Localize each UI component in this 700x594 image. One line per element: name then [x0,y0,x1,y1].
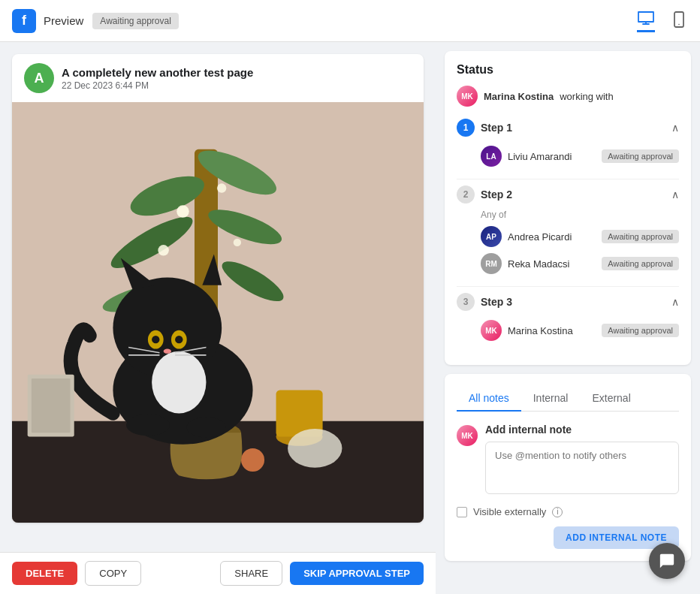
delete-button[interactable]: DELETE [12,562,77,585]
step-2-label: Step 2 [481,188,512,201]
reka-awaiting-badge: Awaiting approval [602,257,679,270]
step-3-section: 3 Step 3 ∧ MK Marina Kostina Awaiting ap… [457,293,679,344]
status-title: Status [457,63,679,77]
step-3-label: Step 3 [481,296,512,308]
marina-step3-name: Marina Kostina [508,325,573,336]
step-1-collapse-button[interactable]: ∧ [671,122,679,134]
step-2-approver-reka: RM Reka Madacsi Awaiting approval [457,250,679,277]
desktop-view-button[interactable] [637,9,655,32]
status-card: Status MK Marina Kostina working with 1 … [445,51,691,365]
approver-left-andrea: AP Andrea Picardi [481,226,572,247]
approver-left-reka: RM Reka Madacsi [481,253,569,274]
step-1-header: 1 Step 1 ∧ [457,119,679,137]
svg-point-11 [177,205,189,218]
chat-fab-button[interactable] [649,543,685,579]
add-note-form: Add internal note [485,424,679,497]
step-divider-2 [457,286,679,287]
step-2-collapse-button[interactable]: ∧ [671,188,679,201]
top-bar: f Preview Awaiting approval [0,0,700,42]
tab-external[interactable]: External [580,386,642,412]
marina-awaiting-badge: Awaiting approval [602,324,679,337]
svg-point-1 [678,23,680,25]
post-image [12,102,424,523]
any-of-label: Any of [457,210,679,220]
device-switcher [637,9,688,32]
skip-approval-button[interactable]: SKIP APPROVAL STEP [290,562,424,585]
preview-label: Preview [44,14,83,27]
approver-left-marina: MK Marina Kostina [481,320,573,341]
marina-avatar: MK [457,86,478,107]
step-1-left: 1 Step 1 [457,119,512,137]
step-2-header: 2 Step 2 ∧ [457,185,679,204]
svg-point-33 [187,418,226,438]
tab-all-notes[interactable]: All notes [457,386,521,412]
svg-point-20 [152,351,206,414]
step-2-left: 2 Step 2 [457,185,512,204]
andrea-awaiting-badge: Awaiting approval [602,230,679,243]
svg-point-25 [152,336,159,343]
step-3-collapse-button[interactable]: ∧ [671,296,679,308]
working-with-suffix: working with [560,91,614,102]
step-2-number: 2 [457,185,475,204]
notes-tabs: All notes Internal External [457,386,679,412]
liviu-name: Liviu Amarandi [508,151,572,162]
working-with-row: MK Marina Kostina working with [457,86,679,107]
step-3-number: 3 [457,293,475,311]
post-author-avatar: A [24,63,54,93]
reka-avatar: RM [481,253,502,274]
add-note-header-row: MK Add internal note [457,424,679,497]
approver-left: LA Liviu Amarandi [481,146,572,167]
reka-name: Reka Madacsi [508,258,569,270]
svg-point-36 [241,448,264,472]
bottom-action-bar: DELETE COPY SHARE SKIP APPROVAL STEP [0,552,436,594]
step-1-section: 1 Step 1 ∧ LA Liviu Amarandi Awaiting ap… [457,119,679,170]
add-note-btn-row: ADD INTERNAL NOTE [457,526,679,549]
liviu-avatar: LA [481,146,502,167]
svg-point-37 [288,429,342,468]
working-with-name: Marina Kostina [484,91,554,102]
andrea-avatar: AP [481,226,502,247]
chat-icon [659,553,675,569]
copy-button[interactable]: COPY [85,561,141,586]
step-1-approver-liviu: LA Liviu Amarandi Awaiting approval [457,143,679,170]
svg-rect-39 [32,378,71,433]
visible-externally-checkbox[interactable] [457,507,467,517]
svg-point-26 [175,336,183,343]
mobile-view-button[interactable] [670,11,688,32]
add-note-label: Add internal note [485,424,679,436]
note-textarea[interactable] [485,442,679,494]
step-divider-1 [457,179,679,179]
fb-logo-icon: f [12,9,36,33]
step-1-label: Step 1 [481,122,512,134]
left-panel: A A completely new another test page 22 … [0,42,436,594]
andrea-name: Andrea Picardi [508,231,572,243]
post-header: A A completely new another test page 22 … [12,54,424,102]
post-card: A A completely new another test page 22 … [12,54,424,523]
add-note-avatar: MK [457,425,478,446]
visible-externally-label: Visible externally [473,506,546,517]
tab-internal[interactable]: Internal [521,386,581,412]
step-3-header: 3 Step 3 ∧ [457,293,679,311]
post-meta: A completely new another test page 22 De… [62,66,253,91]
svg-point-14 [234,239,241,246]
svg-point-12 [217,183,226,192]
step-2-section: 2 Step 2 ∧ Any of AP Andrea Picardi Awai… [457,185,679,277]
svg-point-27 [164,349,171,354]
right-panel: Status MK Marina Kostina working with 1 … [436,42,700,594]
visible-externally-row: Visible externally i [457,506,679,517]
marina-step3-avatar: MK [481,320,502,341]
info-icon[interactable]: i [552,507,563,517]
step-3-left: 3 Step 3 [457,293,512,311]
svg-point-32 [126,414,170,436]
awaiting-approval-badge: Awaiting approval [92,13,179,29]
step-2-approver-andrea: AP Andrea Picardi Awaiting approval [457,223,679,250]
svg-point-13 [158,245,168,255]
liviu-awaiting-badge: Awaiting approval [602,149,679,163]
step-1-number: 1 [457,119,475,137]
share-button[interactable]: SHARE [220,561,282,586]
post-title: A completely new another test page [62,66,253,79]
post-date: 22 Dec 2023 6:44 PM [62,80,253,91]
notes-card: All notes Internal External MK Add inter… [445,374,691,561]
main-content: A A completely new another test page 22 … [0,42,700,594]
step-3-approver-marina: MK Marina Kostina Awaiting approval [457,317,679,344]
